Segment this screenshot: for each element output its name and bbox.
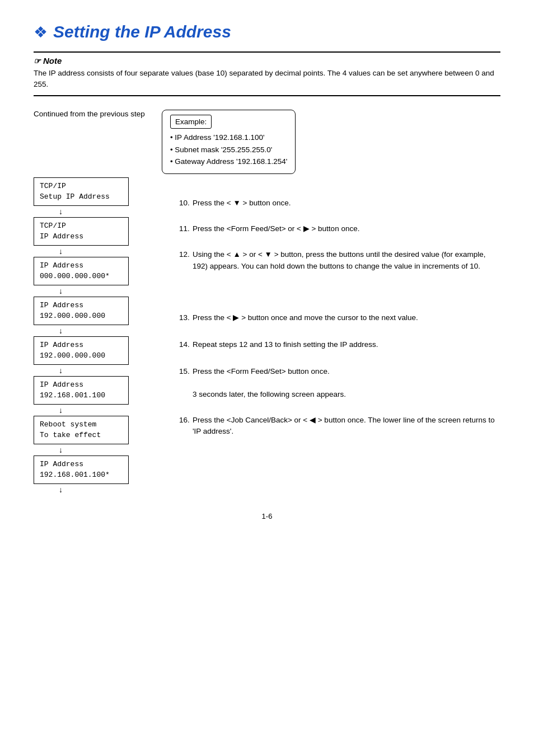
example-header: Example: bbox=[170, 115, 212, 129]
page-number: 1-6 bbox=[34, 512, 500, 520]
main-content: TCP/IP Setup IP Address ↓ TCP/IP IP Addr… bbox=[34, 177, 500, 495]
example-item-1: IP Address '192.168.1.100' bbox=[170, 132, 288, 144]
lcd-box-1: TCP/IP Setup IP Address bbox=[34, 177, 129, 206]
instruction-15: 15. Press the <Form Feed/Set> button onc… bbox=[179, 366, 500, 377]
instruction-11: 11. Press the <Form Feed/Set> or < ▶ > b… bbox=[179, 223, 500, 234]
step-14-num: 14. bbox=[179, 339, 193, 350]
instruction-16: 16. Press the <Job Cancel/Back> or < ◀ >… bbox=[179, 415, 500, 438]
step-12-num: 12. bbox=[179, 249, 193, 260]
continued-text: Continued from the previous step bbox=[34, 110, 145, 118]
example-list: IP Address '192.168.1.100' Subnet mask '… bbox=[170, 132, 288, 168]
step-10-num: 10. bbox=[179, 198, 193, 209]
instruction-10: 10. Press the < ▼ > button once. bbox=[179, 198, 500, 209]
lcd-box-3: IP Address 000.000.000.000* bbox=[34, 257, 129, 285]
step-15-text: Press the <Form Feed/Set> button once. bbox=[193, 366, 330, 377]
arrow-6: ↓ bbox=[59, 406, 63, 415]
arrow-5: ↓ bbox=[59, 366, 63, 375]
left-flow-column: TCP/IP Setup IP Address ↓ TCP/IP IP Addr… bbox=[34, 177, 179, 495]
lcd-box-4: IP Address 192.000.000.000 bbox=[34, 297, 129, 325]
instruction-13: 13. Press the < ▶ > button once and move… bbox=[179, 312, 500, 323]
step-14-text: Repeat steps 12 and 13 to finish setting… bbox=[193, 339, 378, 350]
arrow-7: ↓ bbox=[59, 445, 63, 454]
step-11-text: Press the <Form Feed/Set> or < ▶ > butto… bbox=[193, 223, 359, 234]
step-12-text: Using the < ▲ > or < ▼ > button, press t… bbox=[193, 249, 500, 272]
step-16-num: 16. bbox=[179, 415, 193, 426]
lcd-box-2: TCP/IP IP Address bbox=[34, 217, 129, 246]
arrow-8: ↓ bbox=[59, 485, 63, 494]
diamond-icon: ❖ bbox=[34, 23, 48, 41]
instruction-3sec: 3 seconds later, the following screen ap… bbox=[179, 389, 500, 400]
step-13-num: 13. bbox=[179, 312, 193, 323]
step-15-num: 15. bbox=[179, 366, 193, 377]
step-13-text: Press the < ▶ > button once and move the… bbox=[193, 312, 418, 323]
title-text: Setting the IP Address bbox=[53, 22, 231, 41]
instruction-12: 12. Using the < ▲ > or < ▼ > button, pre… bbox=[179, 249, 500, 272]
note-section: ☞ Note The IP address consists of four s… bbox=[34, 51, 500, 96]
lcd-box-6: IP Address 192.168.001.100 bbox=[34, 376, 129, 405]
step-10-text: Press the < ▼ > button once. bbox=[193, 198, 291, 209]
lcd-box-8: IP Address 192.168.001.100* bbox=[34, 456, 129, 484]
arrow-4: ↓ bbox=[59, 326, 63, 335]
lcd-box-5: IP Address 192.000.000.000 bbox=[34, 336, 129, 365]
lcd-box-7: Reboot system To take effect bbox=[34, 416, 129, 444]
instruction-14: 14. Repeat steps 12 and 13 to finish set… bbox=[179, 339, 500, 350]
example-item-2: Subnet mask '255.255.255.0' bbox=[170, 144, 288, 156]
step-11-num: 11. bbox=[179, 223, 193, 234]
step-3sec-text: 3 seconds later, the following screen ap… bbox=[193, 389, 346, 400]
note-text: The IP address consists of four separate… bbox=[34, 68, 500, 91]
arrow-2: ↓ bbox=[59, 247, 63, 256]
example-item-3: Gateway Address '192.168.1.254' bbox=[170, 156, 288, 168]
note-arrow-icon: ☞ bbox=[34, 57, 41, 65]
step-16-text: Press the <Job Cancel/Back> or < ◀ > but… bbox=[193, 415, 500, 438]
note-label: ☞ Note bbox=[34, 56, 500, 65]
example-box: Example: IP Address '192.168.1.100' Subn… bbox=[162, 110, 296, 174]
page-title: ❖ Setting the IP Address bbox=[34, 22, 500, 41]
arrow-1: ↓ bbox=[59, 207, 63, 216]
right-instructions-column: 10. Press the < ▼ > button once. 11. Pre… bbox=[179, 177, 500, 495]
arrow-3: ↓ bbox=[59, 287, 63, 295]
